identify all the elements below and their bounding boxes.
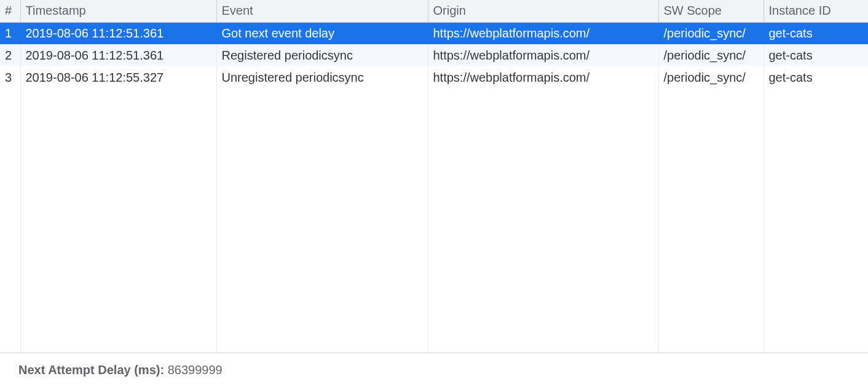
next-attempt-delay-label: Next Attempt Delay (ms): <box>18 363 168 377</box>
cell-timestamp: 2019-08-06 11:12:51.361 <box>20 22 216 44</box>
cell-origin: https://webplatformapis.com/ <box>428 66 658 88</box>
column-header-index[interactable]: # <box>0 0 20 22</box>
cell-index: 3 <box>0 66 20 88</box>
cell-event: Registered periodicsync <box>216 44 428 66</box>
table-row[interactable]: 12019-08-06 11:12:51.361Got next event d… <box>0 22 868 44</box>
column-header-timestamp[interactable]: Timestamp <box>20 0 216 22</box>
table-row[interactable]: 22019-08-06 11:12:51.361Registered perio… <box>0 44 868 66</box>
cell-event: Got next event delay <box>216 22 428 44</box>
table-row[interactable]: 32019-08-06 11:12:55.327Unregistered per… <box>0 66 868 88</box>
cell-instance_id: get-cats <box>763 44 868 66</box>
cell-instance_id: get-cats <box>763 22 868 44</box>
cell-sw_scope: /periodic_sync/ <box>658 66 763 88</box>
cell-index: 2 <box>0 44 20 66</box>
cell-sw_scope: /periodic_sync/ <box>658 22 763 44</box>
event-log-table: # Timestamp Event Origin SW Scope Instan… <box>0 0 868 353</box>
next-attempt-delay-value: 86399999 <box>168 363 223 377</box>
table-header-row: # Timestamp Event Origin SW Scope Instan… <box>0 0 868 22</box>
cell-event: Unregistered periodicsync <box>216 66 428 88</box>
column-header-origin[interactable]: Origin <box>428 0 658 22</box>
cell-instance_id: get-cats <box>763 66 868 88</box>
cell-timestamp: 2019-08-06 11:12:55.327 <box>20 66 216 88</box>
cell-origin: https://webplatformapis.com/ <box>428 22 658 44</box>
column-header-event[interactable]: Event <box>216 0 428 22</box>
cell-timestamp: 2019-08-06 11:12:51.361 <box>20 44 216 66</box>
column-header-sw-scope[interactable]: SW Scope <box>658 0 763 22</box>
cell-index: 1 <box>0 22 20 44</box>
event-log-table-wrapper: # Timestamp Event Origin SW Scope Instan… <box>0 0 868 353</box>
table-filler-row <box>0 88 868 353</box>
cell-sw_scope: /periodic_sync/ <box>658 44 763 66</box>
footer-bar: Next Attempt Delay (ms): 86399999 <box>0 353 868 387</box>
cell-origin: https://webplatformapis.com/ <box>428 44 658 66</box>
column-header-instance-id[interactable]: Instance ID <box>763 0 868 22</box>
